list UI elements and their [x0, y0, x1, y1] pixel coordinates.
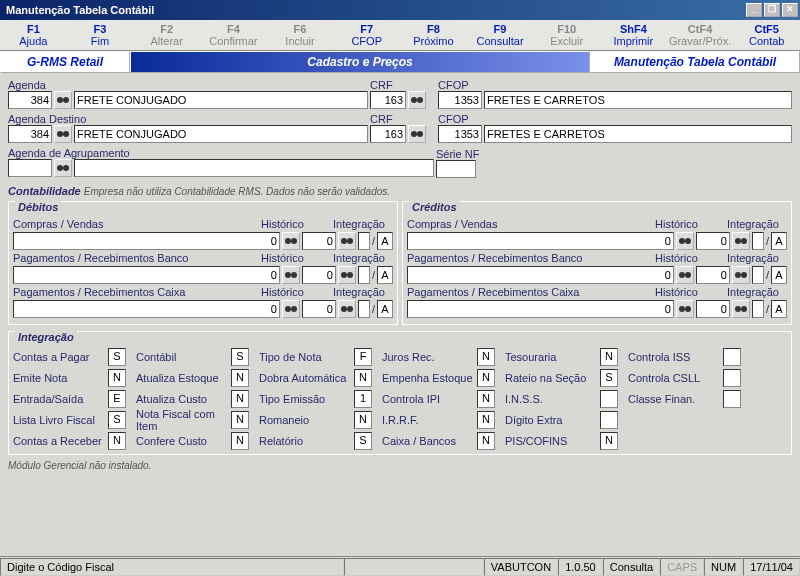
integr-value[interactable]: S [231, 348, 249, 366]
integr-value[interactable]: N [600, 348, 618, 366]
binoculars-icon[interactable] [338, 232, 356, 250]
maximize-button[interactable]: ❐ [764, 3, 780, 17]
credito-sep1-field[interactable] [752, 266, 764, 284]
credito-historico-field[interactable] [696, 266, 730, 284]
fkey-f3[interactable]: F3Fim [67, 20, 134, 50]
cfop-destino-field[interactable] [438, 125, 482, 143]
integr-value[interactable]: N [231, 369, 249, 387]
binoculars-icon[interactable] [338, 300, 356, 318]
fkey-f8[interactable]: F8Próximo [400, 20, 467, 50]
historico-label: Histórico [655, 218, 725, 230]
integr-value[interactable]: N [477, 432, 495, 450]
cfop-field[interactable] [438, 91, 482, 109]
integr-value[interactable]: N [108, 369, 126, 387]
binoculars-icon[interactable] [732, 232, 750, 250]
credito-integracao-field[interactable] [771, 266, 787, 284]
credito-historico-field[interactable] [696, 300, 730, 318]
integr-value[interactable]: F [354, 348, 372, 366]
agenda-destino-label: Agenda Destino [8, 113, 368, 125]
agenda-desc[interactable] [74, 91, 368, 109]
agrup-code[interactable] [8, 159, 52, 177]
credito-account-field[interactable] [407, 300, 674, 318]
debito-historico-field[interactable] [302, 266, 336, 284]
cfop-destino-desc[interactable] [484, 125, 792, 143]
debito-sep1-field[interactable] [358, 232, 370, 250]
debito-integracao-field[interactable] [377, 266, 393, 284]
crf-field[interactable] [370, 91, 406, 109]
agenda-destino-desc[interactable] [74, 125, 368, 143]
integr-value[interactable]: S [600, 369, 618, 387]
fkey-f7[interactable]: F7CFOP [333, 20, 400, 50]
credito-sep1-field[interactable] [752, 232, 764, 250]
integr-value[interactable]: N [477, 390, 495, 408]
credito-account-field[interactable] [407, 232, 674, 250]
integr-value[interactable]: S [108, 348, 126, 366]
binoculars-icon[interactable] [676, 266, 694, 284]
debito-account-field[interactable] [13, 232, 280, 250]
fkey-f1[interactable]: F1Ajuda [0, 20, 67, 50]
agrup-desc[interactable] [74, 159, 434, 177]
binoculars-icon[interactable] [408, 125, 426, 143]
integr-value[interactable]: 1 [354, 390, 372, 408]
integr-value[interactable]: S [354, 432, 372, 450]
debito-historico-field[interactable] [302, 232, 336, 250]
integr-value[interactable]: E [108, 390, 126, 408]
debito-sep1-field[interactable] [358, 300, 370, 318]
integr-value[interactable]: N [354, 369, 372, 387]
integr-value[interactable]: S [108, 411, 126, 429]
integr-value[interactable]: N [477, 411, 495, 429]
integr-label: Caixa / Bancos [382, 432, 477, 450]
integr-value[interactable]: N [477, 369, 495, 387]
credito-sep1-field[interactable] [752, 300, 764, 318]
close-button[interactable]: ✕ [782, 3, 798, 17]
svg-point-4 [57, 131, 63, 137]
binoculars-icon[interactable] [282, 232, 300, 250]
credito-integracao-field[interactable] [771, 232, 787, 250]
agenda-destino-code[interactable] [8, 125, 52, 143]
debito-account-field[interactable] [13, 266, 280, 284]
serie-nf-field[interactable] [436, 160, 476, 178]
fkey-ctf5[interactable]: CtF5Contab [733, 20, 800, 50]
binoculars-icon[interactable] [408, 91, 426, 109]
binoculars-icon[interactable] [732, 300, 750, 318]
integr-value[interactable] [600, 411, 618, 429]
integracao-label: Integração [333, 218, 393, 230]
fkey-f9[interactable]: F9Consultar [467, 20, 534, 50]
crf-destino-field[interactable] [370, 125, 406, 143]
integr-value[interactable] [723, 348, 741, 366]
integr-value[interactable]: N [231, 390, 249, 408]
agenda-code[interactable] [8, 91, 52, 109]
integr-value[interactable] [723, 369, 741, 387]
integr-value[interactable]: N [600, 432, 618, 450]
debito-account-field[interactable] [13, 300, 280, 318]
integr-value[interactable]: N [108, 432, 126, 450]
binoculars-icon[interactable] [54, 159, 72, 177]
integr-value[interactable]: N [231, 432, 249, 450]
status-prompt: Digite o Código Fiscal [0, 558, 344, 576]
credito-account-field[interactable] [407, 266, 674, 284]
debito-historico-field[interactable] [302, 300, 336, 318]
integr-value[interactable] [600, 390, 618, 408]
debito-sep1-field[interactable] [358, 266, 370, 284]
binoculars-icon[interactable] [54, 91, 72, 109]
minimize-button[interactable]: _ [746, 3, 762, 17]
binoculars-icon[interactable] [54, 125, 72, 143]
integracao-group: Integração Contas a PagarEmite NotaEntra… [8, 331, 792, 455]
credito-integracao-field[interactable] [771, 300, 787, 318]
fkey-f2: F2Alterar [133, 20, 200, 50]
cfop-desc[interactable] [484, 91, 792, 109]
binoculars-icon[interactable] [282, 266, 300, 284]
binoculars-icon[interactable] [676, 232, 694, 250]
binoculars-icon[interactable] [676, 300, 694, 318]
binoculars-icon[interactable] [282, 300, 300, 318]
fkey-shf4[interactable]: ShF4Imprimir [600, 20, 667, 50]
integr-value[interactable] [723, 390, 741, 408]
binoculars-icon[interactable] [338, 266, 356, 284]
integr-value[interactable]: N [354, 411, 372, 429]
binoculars-icon[interactable] [732, 266, 750, 284]
debito-integracao-field[interactable] [377, 232, 393, 250]
integr-value[interactable]: N [231, 411, 249, 429]
credito-historico-field[interactable] [696, 232, 730, 250]
debito-integracao-field[interactable] [377, 300, 393, 318]
integr-value[interactable]: N [477, 348, 495, 366]
